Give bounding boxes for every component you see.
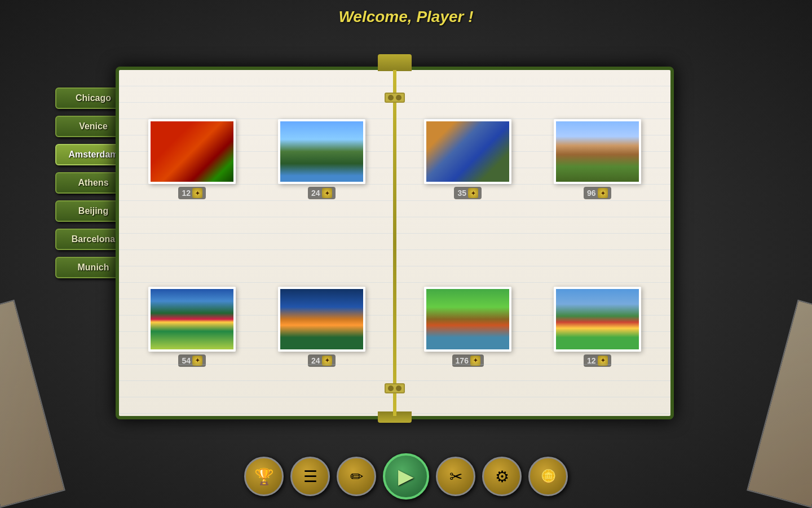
play-icon: ▶ (398, 465, 414, 488)
scissors-button[interactable]: ✂ (436, 457, 475, 496)
puzzle-count-castle: 54 (182, 356, 191, 365)
puzzle-badge-tulips: 12 ✦ (178, 187, 206, 199)
coins-button[interactable]: 🪙 (528, 457, 568, 496)
puzzle-piece-icon-cb: ✦ (468, 188, 478, 198)
puzzle-badge-windmill-flowers: 12 ✦ (584, 354, 611, 367)
puzzle-badge-castle: 54 ✦ (178, 354, 206, 367)
puzzle-count-canal-boat: 35 (457, 189, 466, 198)
puzzle-windmill-green[interactable]: 24 ✦ (278, 119, 365, 199)
gear-button[interactable]: ⚙ (482, 457, 522, 496)
puzzle-img-castle (148, 287, 236, 352)
puzzle-piece-icon-tulips: ✦ (192, 188, 202, 198)
puzzle-tulips[interactable]: 12 ✦ (148, 119, 236, 199)
puzzle-img-bikes (424, 287, 511, 352)
puzzle-dutch-street[interactable]: 96 ✦ (554, 119, 641, 199)
puzzle-img-dutch-street (554, 119, 641, 184)
puzzle-castle-canal[interactable]: 54 ✦ (148, 287, 236, 367)
spine-clip-top (385, 93, 405, 103)
puzzle-img-tulips (148, 119, 236, 184)
puzzle-canal-boat[interactable]: 35 ✦ (424, 119, 511, 199)
page-left: 12 ✦ 24 ✦ 54 ✦ 24 ✦ (119, 70, 395, 416)
puzzle-count-dutch-street: 96 (587, 189, 596, 198)
puzzle-piece-icon-wg: ✦ (322, 188, 332, 198)
play-button[interactable]: ▶ (383, 453, 429, 500)
edit-icon: ✏ (350, 467, 363, 486)
spine-clip-bottom (385, 383, 405, 393)
trophy-button[interactable]: 🏆 (244, 457, 284, 496)
puzzle-bikes[interactable]: 176 ✦ (424, 287, 511, 367)
puzzle-windmill-flowers[interactable]: 12 ✦ (554, 287, 641, 367)
gear-icon: ⚙ (495, 467, 509, 486)
edit-button[interactable]: ✏ (337, 457, 376, 496)
puzzle-badge-bikes: 176 ✦ (452, 354, 484, 367)
list-icon: ☰ (303, 467, 317, 486)
puzzle-badge-canal-boat: 35 ✦ (454, 187, 482, 199)
puzzle-piece-icon-bikes: ✦ (470, 356, 480, 366)
puzzle-count-bruges: 24 (311, 356, 320, 365)
trophy-icon: 🏆 (254, 467, 274, 486)
scissors-icon: ✂ (449, 467, 462, 486)
puzzle-count-windmill-green: 24 (311, 189, 320, 198)
puzzle-count-tulips: 12 (182, 189, 191, 198)
puzzle-bruges[interactable]: 24 ✦ (278, 287, 365, 367)
welcome-text: Welcome, Player ! (338, 8, 473, 26)
puzzle-piece-icon-wf: ✦ (598, 356, 608, 366)
puzzle-piece-icon-ds: ✦ (598, 188, 608, 198)
coins-icon: 🪙 (541, 469, 556, 484)
puzzle-badge-dutch-street: 96 ✦ (584, 187, 611, 199)
puzzle-count-windmill-flowers: 12 (587, 356, 596, 365)
list-button[interactable]: ☰ (290, 457, 330, 496)
puzzle-piece-icon-castle: ✦ (192, 356, 202, 366)
page-right: 35 ✦ 96 ✦ 176 ✦ 12 ✦ (395, 70, 670, 416)
puzzle-img-canal-boat (424, 119, 511, 184)
book: 12 ✦ 24 ✦ 54 ✦ 24 ✦ (116, 67, 674, 419)
puzzle-img-windmill-flowers (554, 287, 641, 352)
puzzle-badge-bruges: 24 ✦ (308, 354, 336, 367)
puzzle-piece-icon-bruges: ✦ (322, 356, 332, 366)
puzzle-badge-windmill-green: 24 ✦ (308, 187, 336, 199)
toolbar: 🏆 ☰ ✏ ▶ ✂ ⚙ 🪙 (244, 453, 568, 500)
spine-top (378, 54, 412, 71)
book-spine (393, 70, 396, 416)
puzzle-img-bruges (278, 287, 365, 352)
puzzle-img-windmill-green (278, 119, 365, 184)
puzzle-count-bikes: 176 (456, 356, 469, 365)
